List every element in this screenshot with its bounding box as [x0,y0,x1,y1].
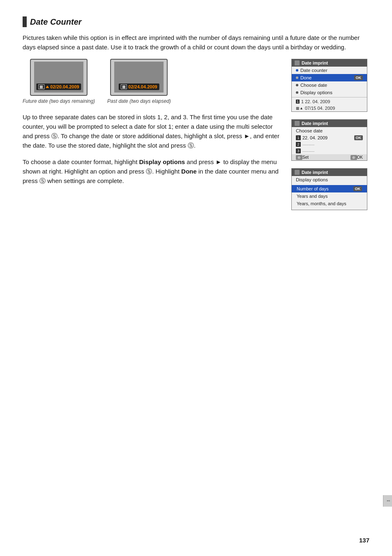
menu1-item-done: Done OK [292,74,367,81]
menu2-slot-1: 1 22. 04. 2009 OK [292,134,367,141]
example-past-date: ▦ 02/24.04.2009 Past date (two days elap… [107,59,171,104]
slot2-icon-tri: ▦▲ [296,106,303,110]
menu2-footer-ok: ⊛OK [350,155,363,160]
menu1-label-1: Date counter [300,68,327,73]
menu1-separator [292,97,367,97]
menu1-footer-date2: 07/15 04. 2009 [305,106,335,111]
menu2-slot-2: 2 -------- [292,141,367,148]
menu2-subheader-label: Choose date [296,128,323,133]
slot1-num: 1 [296,135,301,140]
page-title: Date Counter [30,17,82,27]
intro-paragraph-2: Up to three separate dates can be stored… [23,112,283,151]
title-bar-decoration [23,16,27,27]
menu2-footer-set: ⊛Set [296,155,309,160]
date-overlay-future: ▦ 02/20.04.2009 [36,83,81,90]
future-date-text: 02/20.04.2009 [50,84,79,89]
menu1-footer-line2: ▦▲ 07/15 04. 2009 [292,105,367,111]
slot3-empty: -------- [302,148,314,153]
menu3-subheader: Display options [292,176,367,183]
menu3-header: Date imprint [292,169,367,176]
menu1-dot-2 [296,76,298,79]
menu1-header: Date imprint [292,59,367,67]
menu1-item-choose-date: Choose date [292,81,367,89]
menu1-header-label: Date imprint [302,60,328,65]
menu1-footer-date1: 1 22. 04. 2009 [301,99,330,104]
menu3-option-1: Number of days OK [292,185,367,192]
camera-screen-past: ▦ 02/24.04.2009 [110,59,168,96]
menu1-item-display-options: Display options [292,89,367,96]
slot2-num: 2 [296,142,301,147]
menu2-header-label: Date imprint [302,121,328,126]
screen-inner-future: ▦ 02/20.04.2009 [34,62,83,93]
menu3-option-2: Years and days [292,192,367,200]
right-column-menus: Date imprint Date counter Done OK [291,59,369,218]
date-icon-future: ▦ [38,84,44,89]
menu1-dot-1 [296,69,298,72]
menu-box-2: Date imprint Choose date 1 22. 04. 2009 … [291,119,367,161]
menu1-dot-4 [296,91,298,94]
date-icon-past: ▦ [121,84,127,89]
past-date-text: 02/24.04.2009 [128,84,157,89]
set-btn: ⊛ [296,155,302,160]
main-layout: ▦ 02/20.04.2009 Future date (two days re… [23,59,369,218]
menu3-option-3-label: Years, months, and days [297,201,346,206]
menu1-label-2: Done [300,75,312,80]
screen-inner-past: ▦ 02/24.04.2009 [114,62,164,93]
menu3-option-1-label: Number of days [297,186,329,191]
menu1-label-4: Display options [300,90,332,95]
menu-box-3: Date imprint Display options Number of d… [291,168,367,210]
menu2-slot-3: 3 -------- [292,148,367,154]
menu1-item-date-counter: Date counter [292,67,367,74]
section-title: Date Counter [23,16,369,27]
ok-btn-footer: ⊛ [350,155,357,160]
bold-display-options: Display options [139,158,185,165]
menu3-ok-badge: OK [353,186,362,191]
page-number: 137 [359,537,369,544]
slot1-icon: 1 [296,100,300,104]
menu3-bottom-spacer [292,207,367,210]
menu3-header-label: Date imprint [302,170,328,175]
menu-box-1: Date imprint Date counter Done OK [291,59,367,112]
menu3-option-3: Years, months, and days [292,200,367,207]
bold-done: Done [181,168,197,175]
menu1-footer-line1: 1 1 22. 04. 2009 [292,98,367,105]
slot3-num: 3 [296,148,301,153]
slot1-date: 22. 04. 2009 [302,135,327,140]
right-tab-icon: ⟟ [386,500,391,502]
menu2-header: Date imprint [292,120,367,127]
slot2-empty: -------- [302,142,314,147]
slot1-ok: OK [354,135,363,140]
menu1-label-3: Choose date [300,83,327,88]
camera-screen-future: ▦ 02/20.04.2009 [30,59,88,96]
menu2-header-icon [295,121,300,126]
left-column: ▦ 02/20.04.2009 Future date (two days re… [23,59,283,218]
menu3-subheader-label: Display options [296,177,328,182]
triangle-icon [46,86,49,88]
example-future-date: ▦ 02/20.04.2009 Future date (two days re… [23,59,95,104]
menu3-option-2-label: Years and days [297,194,327,199]
date-overlay-past: ▦ 02/24.04.2009 [119,83,159,90]
menu2-subheader: Choose date [292,127,367,134]
right-tab: ⟟ [383,495,392,507]
intro-paragraph-1: Pictures taken while this option is in e… [23,33,369,52]
intro-paragraph-3: To choose a date counter format, highlig… [23,157,283,186]
menu3-header-icon [295,170,300,175]
example-images-row: ▦ 02/20.04.2009 Future date (two days re… [23,59,283,104]
menu2-footer: ⊛Set ⊛OK [292,154,367,160]
past-date-caption: Past date (two days elapsed) [107,98,171,104]
menu1-dot-3 [296,84,298,86]
future-date-caption: Future date (two days remaining) [23,98,95,104]
menu1-header-icon [295,60,300,65]
menu1-ok-badge: OK [354,75,363,80]
